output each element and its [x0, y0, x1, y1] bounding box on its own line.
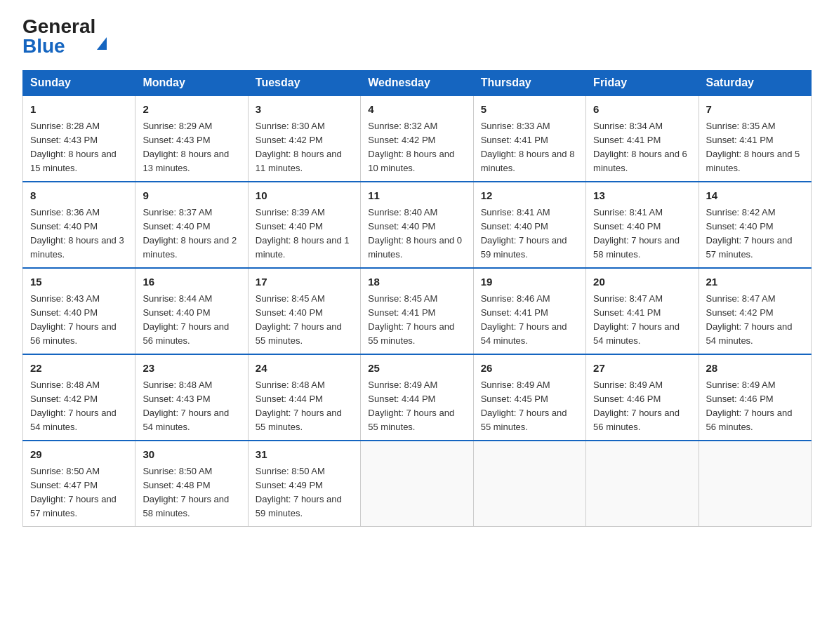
- calendar-cell: 18 Sunrise: 8:45 AMSunset: 4:41 PMDaylig…: [361, 268, 473, 354]
- calendar-cell: 11 Sunrise: 8:40 AMSunset: 4:40 PMDaylig…: [361, 182, 473, 268]
- calendar-cell: 30 Sunrise: 8:50 AMSunset: 4:48 PMDaylig…: [135, 441, 248, 527]
- calendar-cell: 25 Sunrise: 8:49 AMSunset: 4:44 PMDaylig…: [361, 354, 473, 441]
- day-number: 5: [481, 102, 578, 118]
- day-number: 23: [143, 361, 240, 377]
- day-number: 10: [256, 188, 353, 204]
- day-number: 30: [143, 447, 240, 463]
- col-header-sunday: Sunday: [23, 71, 135, 96]
- day-number: 8: [30, 188, 128, 204]
- day-info: Sunrise: 8:41 AMSunset: 4:40 PMDaylight:…: [481, 206, 578, 262]
- day-number: 22: [30, 361, 128, 377]
- calendar-cell: 10 Sunrise: 8:39 AMSunset: 4:40 PMDaylig…: [248, 182, 360, 268]
- calendar-cell: 31 Sunrise: 8:50 AMSunset: 4:49 PMDaylig…: [248, 441, 360, 527]
- calendar-cell: 9 Sunrise: 8:37 AMSunset: 4:40 PMDayligh…: [135, 182, 248, 268]
- calendar-week-3: 15 Sunrise: 8:43 AMSunset: 4:40 PMDaylig…: [23, 268, 812, 354]
- col-header-saturday: Saturday: [699, 71, 811, 96]
- col-header-wednesday: Wednesday: [361, 71, 473, 96]
- page-header: General Blue: [22, 17, 812, 56]
- calendar-cell: [473, 441, 585, 527]
- day-number: 28: [706, 361, 804, 377]
- day-info: Sunrise: 8:43 AMSunset: 4:40 PMDaylight:…: [30, 292, 128, 349]
- day-info: Sunrise: 8:49 AMSunset: 4:46 PMDaylight:…: [593, 378, 691, 435]
- calendar-cell: 1 Sunrise: 8:28 AMSunset: 4:43 PMDayligh…: [23, 95, 135, 182]
- day-number: 31: [256, 447, 353, 463]
- col-header-tuesday: Tuesday: [248, 71, 360, 96]
- day-info: Sunrise: 8:33 AMSunset: 4:41 PMDaylight:…: [481, 119, 578, 176]
- calendar-week-5: 29 Sunrise: 8:50 AMSunset: 4:47 PMDaylig…: [23, 441, 812, 527]
- day-number: 6: [593, 102, 691, 118]
- calendar-week-1: 1 Sunrise: 8:28 AMSunset: 4:43 PMDayligh…: [23, 95, 812, 182]
- day-info: Sunrise: 8:42 AMSunset: 4:40 PMDaylight:…: [706, 206, 804, 262]
- day-info: Sunrise: 8:45 AMSunset: 4:40 PMDaylight:…: [256, 292, 353, 349]
- day-info: Sunrise: 8:49 AMSunset: 4:46 PMDaylight:…: [706, 378, 804, 435]
- day-info: Sunrise: 8:41 AMSunset: 4:40 PMDaylight:…: [593, 206, 691, 262]
- calendar-table: SundayMondayTuesdayWednesdayThursdayFrid…: [22, 70, 812, 527]
- day-info: Sunrise: 8:48 AMSunset: 4:43 PMDaylight:…: [143, 378, 240, 435]
- col-header-monday: Monday: [135, 71, 248, 96]
- day-number: 15: [30, 274, 128, 290]
- day-number: 24: [256, 361, 353, 377]
- day-number: 16: [143, 274, 240, 290]
- day-info: Sunrise: 8:47 AMSunset: 4:41 PMDaylight:…: [593, 292, 691, 349]
- calendar-cell: 29 Sunrise: 8:50 AMSunset: 4:47 PMDaylig…: [23, 441, 135, 527]
- day-info: Sunrise: 8:29 AMSunset: 4:43 PMDaylight:…: [143, 119, 240, 176]
- day-number: 1: [30, 102, 128, 118]
- calendar-cell: 3 Sunrise: 8:30 AMSunset: 4:42 PMDayligh…: [248, 95, 360, 182]
- calendar-cell: 12 Sunrise: 8:41 AMSunset: 4:40 PMDaylig…: [473, 182, 585, 268]
- day-number: 27: [593, 361, 691, 377]
- calendar-cell: 14 Sunrise: 8:42 AMSunset: 4:40 PMDaylig…: [699, 182, 811, 268]
- col-header-friday: Friday: [586, 71, 699, 96]
- calendar-header-row: SundayMondayTuesdayWednesdayThursdayFrid…: [23, 71, 812, 96]
- day-number: 12: [481, 188, 578, 204]
- calendar-cell: 8 Sunrise: 8:36 AMSunset: 4:40 PMDayligh…: [23, 182, 135, 268]
- calendar-cell: 24 Sunrise: 8:48 AMSunset: 4:44 PMDaylig…: [248, 354, 360, 441]
- day-number: 18: [368, 274, 465, 290]
- calendar-cell: 6 Sunrise: 8:34 AMSunset: 4:41 PMDayligh…: [586, 95, 699, 182]
- day-info: Sunrise: 8:37 AMSunset: 4:40 PMDaylight:…: [143, 206, 240, 262]
- calendar-cell: 28 Sunrise: 8:49 AMSunset: 4:46 PMDaylig…: [699, 354, 811, 441]
- day-number: 17: [256, 274, 353, 290]
- day-info: Sunrise: 8:30 AMSunset: 4:42 PMDaylight:…: [256, 119, 353, 176]
- day-number: 26: [481, 361, 578, 377]
- day-info: Sunrise: 8:40 AMSunset: 4:40 PMDaylight:…: [368, 206, 465, 262]
- day-number: 14: [706, 188, 804, 204]
- calendar-week-2: 8 Sunrise: 8:36 AMSunset: 4:40 PMDayligh…: [23, 182, 812, 268]
- day-number: 13: [593, 188, 691, 204]
- calendar-cell: [361, 441, 473, 527]
- col-header-thursday: Thursday: [473, 71, 585, 96]
- day-number: 4: [368, 102, 465, 118]
- calendar-cell: 26 Sunrise: 8:49 AMSunset: 4:45 PMDaylig…: [473, 354, 585, 441]
- calendar-cell: 17 Sunrise: 8:45 AMSunset: 4:40 PMDaylig…: [248, 268, 360, 354]
- calendar-cell: 2 Sunrise: 8:29 AMSunset: 4:43 PMDayligh…: [135, 95, 248, 182]
- calendar-cell: 13 Sunrise: 8:41 AMSunset: 4:40 PMDaylig…: [586, 182, 699, 268]
- calendar-cell: 4 Sunrise: 8:32 AMSunset: 4:42 PMDayligh…: [361, 95, 473, 182]
- day-info: Sunrise: 8:36 AMSunset: 4:40 PMDaylight:…: [30, 206, 128, 262]
- calendar-cell: 5 Sunrise: 8:33 AMSunset: 4:41 PMDayligh…: [473, 95, 585, 182]
- day-number: 20: [593, 274, 691, 290]
- day-info: Sunrise: 8:35 AMSunset: 4:41 PMDaylight:…: [706, 119, 804, 176]
- day-info: Sunrise: 8:28 AMSunset: 4:43 PMDaylight:…: [30, 119, 128, 176]
- calendar-cell: 20 Sunrise: 8:47 AMSunset: 4:41 PMDaylig…: [586, 268, 699, 354]
- calendar-cell: [699, 441, 811, 527]
- day-info: Sunrise: 8:32 AMSunset: 4:42 PMDaylight:…: [368, 119, 465, 176]
- logo: General Blue: [22, 17, 107, 56]
- day-info: Sunrise: 8:39 AMSunset: 4:40 PMDaylight:…: [256, 206, 353, 262]
- calendar-cell: [586, 441, 699, 527]
- day-info: Sunrise: 8:49 AMSunset: 4:45 PMDaylight:…: [481, 378, 578, 435]
- day-info: Sunrise: 8:34 AMSunset: 4:41 PMDaylight:…: [593, 119, 691, 176]
- calendar-cell: 21 Sunrise: 8:47 AMSunset: 4:42 PMDaylig…: [699, 268, 811, 354]
- day-info: Sunrise: 8:46 AMSunset: 4:41 PMDaylight:…: [481, 292, 578, 349]
- calendar-cell: 27 Sunrise: 8:49 AMSunset: 4:46 PMDaylig…: [586, 354, 699, 441]
- day-info: Sunrise: 8:47 AMSunset: 4:42 PMDaylight:…: [706, 292, 804, 349]
- day-number: 29: [30, 447, 128, 463]
- day-info: Sunrise: 8:50 AMSunset: 4:47 PMDaylight:…: [30, 464, 128, 521]
- calendar-cell: 19 Sunrise: 8:46 AMSunset: 4:41 PMDaylig…: [473, 268, 585, 354]
- logo-blue-text: Blue: [22, 36, 65, 56]
- day-info: Sunrise: 8:48 AMSunset: 4:44 PMDaylight:…: [256, 378, 353, 435]
- calendar-cell: 15 Sunrise: 8:43 AMSunset: 4:40 PMDaylig…: [23, 268, 135, 354]
- day-number: 25: [368, 361, 465, 377]
- calendar-cell: 7 Sunrise: 8:35 AMSunset: 4:41 PMDayligh…: [699, 95, 811, 182]
- logo-general-text: General: [22, 17, 107, 36]
- day-number: 19: [481, 274, 578, 290]
- day-number: 3: [256, 102, 353, 118]
